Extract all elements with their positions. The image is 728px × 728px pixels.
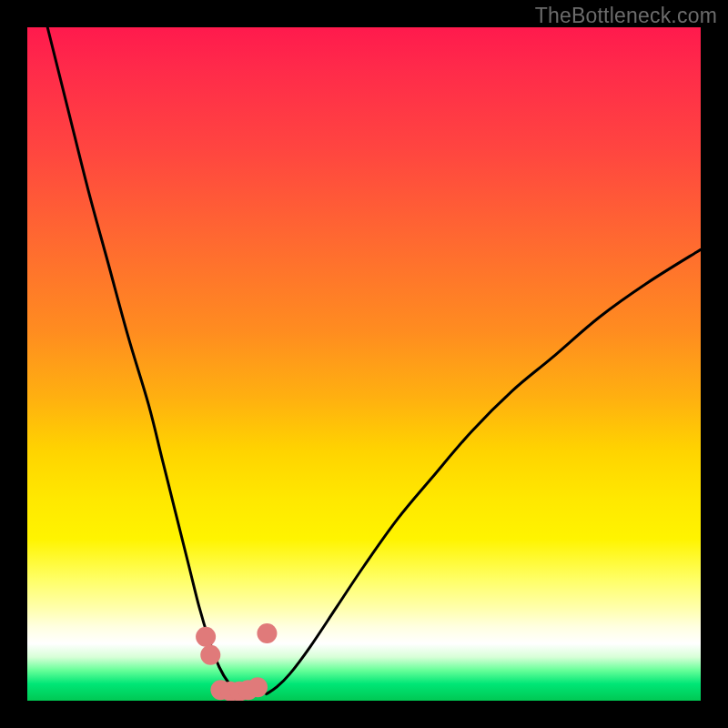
plot-area xyxy=(27,27,701,701)
chart-frame: TheBottleneck.com xyxy=(0,0,728,728)
chart-svg xyxy=(27,27,701,701)
dot-layer xyxy=(196,623,277,701)
bottleneck-dot xyxy=(196,627,216,647)
bottleneck-dot xyxy=(248,677,268,697)
left-curve xyxy=(47,27,239,694)
bottleneck-dot xyxy=(200,645,220,665)
bottleneck-dot xyxy=(257,623,277,643)
curve-layer xyxy=(47,27,701,694)
right-curve xyxy=(267,249,701,693)
watermark-text: TheBottleneck.com xyxy=(535,4,717,28)
